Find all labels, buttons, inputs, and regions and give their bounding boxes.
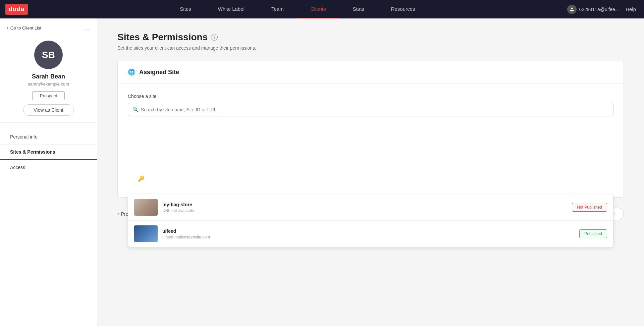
sidebar-item-personal-info[interactable]: Personal info xyxy=(0,129,97,145)
client-email: sarah@example.com xyxy=(7,82,90,87)
avatar: SB xyxy=(34,41,63,69)
site-info-my-bag-store: my-bag-store URL not available xyxy=(162,202,567,213)
card-body: Choose a site 🔍 my-bag-store URL not xyxy=(118,84,624,197)
help-tooltip-icon[interactable]: ? xyxy=(211,34,218,41)
user-email: 6229411a@uifee... xyxy=(579,7,619,12)
sidebar-top: ‹ Go to Client List ··· SB Sarah Bean sa… xyxy=(0,25,97,123)
sidebar-nav: Personal info Sites & Permissions Access xyxy=(0,126,97,319)
back-link-label: Go to Client List xyxy=(10,25,42,31)
card-header-title: Assigned Site xyxy=(139,69,179,76)
help-link[interactable]: Help xyxy=(626,6,636,12)
client-name: Sarah Bean xyxy=(7,73,90,80)
nav-right: 6229411a@uifee... Help xyxy=(567,5,636,14)
nav-item-resources[interactable]: Resources xyxy=(378,0,429,19)
nav-item-white-label[interactable]: White Label xyxy=(205,0,258,19)
globe-icon: 🌐 xyxy=(128,68,135,76)
choose-site-label: Choose a site xyxy=(128,94,613,99)
prospect-badge[interactable]: Prospect xyxy=(32,91,65,100)
user-avatar-icon xyxy=(567,5,577,14)
search-icon: 🔍 xyxy=(132,107,139,113)
nav-item-stats[interactable]: Stats xyxy=(339,0,377,19)
nav-item-team[interactable]: Team xyxy=(258,0,297,19)
search-wrapper: 🔍 xyxy=(128,103,613,116)
bag-store-thumbnail xyxy=(134,199,158,216)
sidebar-header-row: ‹ Go to Client List ··· xyxy=(7,25,90,34)
page-subtitle: Set the sites your client can access and… xyxy=(117,45,624,51)
view-as-client-button[interactable]: View as Client xyxy=(23,104,73,116)
site-url-uifeed: uifeed.multiscreensite.com xyxy=(162,235,575,239)
page-layout: ‹ Go to Client List ··· SB Sarah Bean sa… xyxy=(0,18,644,326)
key-row: 🔑 xyxy=(128,170,613,187)
more-options-button[interactable]: ··· xyxy=(83,26,90,33)
site-item-uifeed[interactable]: uifeed uifeed.multiscreensite.com Publis… xyxy=(128,221,613,247)
nav-item-sites[interactable]: Sites xyxy=(166,0,204,19)
main-content: Sites & Permissions ? Set the sites your… xyxy=(97,18,644,326)
status-badge-not-published: Not Published xyxy=(572,203,607,212)
assigned-site-card: 🌐 Assigned Site Choose a site 🔍 xyxy=(117,61,624,198)
status-badge-published: Published xyxy=(579,229,607,238)
top-navigation: duda Sites White Label Team Clients Stat… xyxy=(0,0,644,18)
sidebar-item-access[interactable]: Access xyxy=(0,160,97,175)
sidebar-item-sites-permissions[interactable]: Sites & Permissions xyxy=(0,145,97,160)
site-info-uifeed: uifeed uifeed.multiscreensite.com xyxy=(162,228,575,239)
sidebar: ‹ Go to Client List ··· SB Sarah Bean sa… xyxy=(0,18,97,326)
card-header: 🌐 Assigned Site xyxy=(118,61,624,84)
page-title: Sites & Permissions ? xyxy=(117,32,624,43)
key-icon: 🔑 xyxy=(138,175,145,182)
site-thumbnail-uifeed xyxy=(134,225,158,242)
site-item-my-bag-store[interactable]: my-bag-store URL not available Not Publi… xyxy=(128,194,613,221)
nav-user[interactable]: 6229411a@uifee... xyxy=(567,5,619,14)
previous-arrow-icon: ‹ xyxy=(117,211,119,217)
back-arrow-icon: ‹ xyxy=(7,25,8,31)
nav-items: Sites White Label Team Clients Stats Res… xyxy=(28,0,567,19)
site-name-uifeed: uifeed xyxy=(162,228,575,234)
continue-arrow-icon: › xyxy=(614,211,615,217)
site-name-my-bag-store: my-bag-store xyxy=(162,202,567,207)
search-input[interactable] xyxy=(128,103,613,116)
back-to-client-list[interactable]: ‹ Go to Client List xyxy=(7,25,41,31)
site-dropdown: my-bag-store URL not available Not Publi… xyxy=(128,194,613,247)
duda-logo: duda xyxy=(5,4,28,15)
site-thumbnail-my-bag-store xyxy=(134,199,158,216)
nav-item-clients[interactable]: Clients xyxy=(297,0,339,19)
uifeed-thumbnail xyxy=(134,225,158,242)
site-url-my-bag-store: URL not available xyxy=(162,208,567,213)
